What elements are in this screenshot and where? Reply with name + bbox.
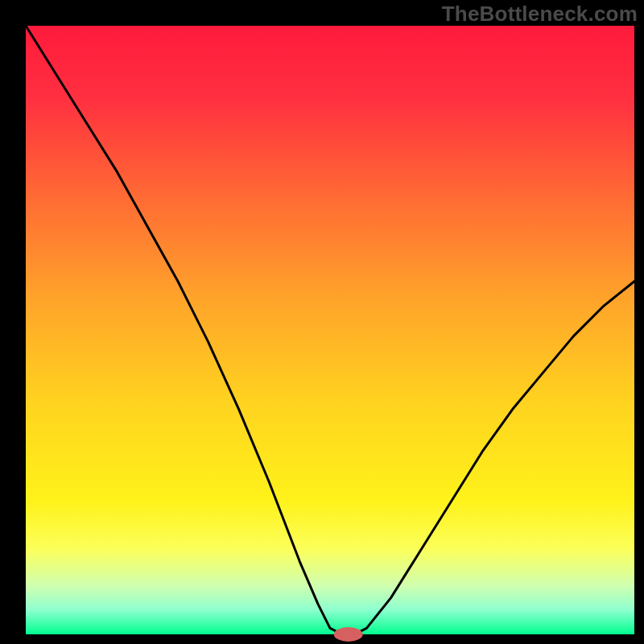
watermark-text: TheBottleneck.com	[442, 2, 638, 27]
gradient-background	[26, 26, 634, 634]
bottleneck-chart	[0, 0, 644, 644]
chart-wrap: TheBottleneck.com	[0, 0, 644, 644]
optimal-marker	[334, 627, 363, 642]
